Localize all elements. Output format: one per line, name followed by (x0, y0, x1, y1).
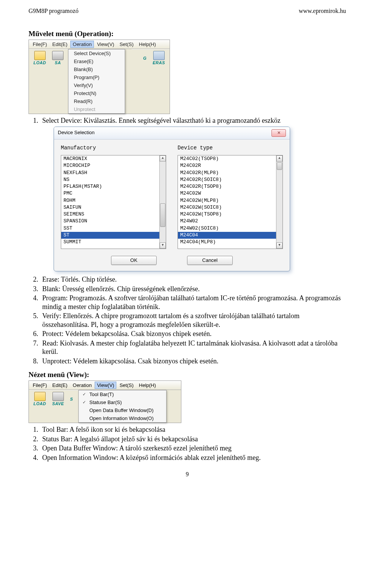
view-item-2: Status Bar: A legalsó állapot jelző sáv … (40, 435, 346, 444)
list-item[interactable]: ST (61, 232, 166, 239)
list-item[interactable]: M24C04 (178, 232, 282, 239)
header-left: G9M8P programozó (29, 8, 78, 14)
floppy-icon (52, 51, 63, 60)
list-item[interactable]: SST (61, 225, 166, 232)
menu-item[interactable]: Oeration (70, 382, 94, 389)
menu-item[interactable]: Edit(E) (50, 41, 70, 48)
scroll-thumb[interactable] (160, 203, 165, 227)
close-button[interactable]: ✕ (271, 129, 286, 137)
op-item-3: Blank: Üresség ellenőrzés. Chip ürességé… (40, 285, 346, 293)
chip-icon (153, 51, 165, 60)
list-item[interactable]: SPANSION (61, 218, 166, 225)
manufactory-listbox[interactable]: MACRONIXMICROCHIPNEXFLASHNSPFLASH(MSTAR)… (61, 155, 166, 249)
close-icon: ✕ (277, 130, 281, 136)
op-item-2: Erase: Törlés. Chip törlése. (40, 275, 346, 284)
list-item[interactable]: M24C02R(MLP8) (178, 170, 282, 176)
op-item-4: Program: Programozás. A szoftver tárolój… (40, 294, 346, 311)
view-item-1: Tool Bar: A felső ikon sor ki és bekapcs… (40, 425, 346, 434)
menu-item[interactable]: Set(S) (117, 382, 136, 389)
list-item[interactable]: M24C02W (178, 190, 282, 197)
menu-item[interactable]: Set(S) (117, 41, 136, 48)
menubar: File(F)Edit(E)OerationView(V)Set(S)Help(… (29, 40, 170, 49)
scrollbar[interactable]: ▲ ▼ (159, 155, 166, 249)
dropdown-item[interactable]: Erase(E) (68, 57, 125, 65)
list-item[interactable]: SEIMENS (61, 211, 166, 218)
page-number: 9 (29, 471, 346, 478)
dropdown-item[interactable]: Verify(V) (68, 81, 125, 89)
toolbar-load[interactable]: LOAD (30, 50, 49, 66)
list-item[interactable]: PMC (61, 190, 166, 197)
list-item[interactable]: ROHM (61, 197, 166, 204)
menu-item[interactable]: Edit(E) (50, 382, 70, 389)
toolbar-eras[interactable]: ERAS (149, 50, 168, 66)
list-item[interactable]: M24C02(TSOP8) (178, 155, 282, 162)
dropdown-item: Unprotect (68, 105, 125, 113)
dialog-title: Device Selection (58, 130, 95, 136)
op-item-7: Read: Kiolvasás. A mester chip foglalatá… (40, 339, 346, 356)
dropdown-item[interactable]: Select Device(S) (68, 49, 125, 57)
menu-item[interactable]: View(V) (95, 41, 116, 48)
view-item-4: Open Information Window: A középső infor… (40, 453, 346, 462)
floppy-icon (52, 392, 64, 401)
menu-item[interactable]: File(F) (30, 382, 49, 389)
scroll-up-icon[interactable]: ▲ (160, 155, 166, 162)
dropdown-item[interactable]: Program(P) (68, 73, 125, 81)
dropdown-item[interactable]: ✓Tool Bar(T) (79, 390, 166, 398)
scroll-down-icon[interactable]: ▼ (160, 242, 166, 249)
list-item[interactable]: M24C04(MLP8) (178, 239, 282, 246)
menu-item[interactable]: Help(H) (136, 382, 158, 389)
check-icon: ✓ (83, 392, 86, 397)
devicetype-listbox[interactable]: M24C02(TSOP8)M24C02RM24C02R(MLP8)M24C02R… (178, 155, 283, 249)
list-item[interactable]: M24C02R(TSOP8) (178, 183, 282, 190)
scroll-up-icon[interactable]: ▲ (276, 155, 282, 162)
view-dropdown: ✓Tool Bar(T)✓Statuse Bar(S)Open Data Buf… (78, 390, 167, 423)
manufactory-label: Manufactory (61, 145, 166, 152)
op-item-5: Verify: Ellenőrzés. A chipre programozot… (40, 312, 346, 329)
toolbar-save[interactable]: SA (49, 50, 67, 66)
ok-button[interactable]: OK (111, 256, 157, 265)
list-item[interactable]: NEXFLASH (61, 170, 166, 176)
toolbar-load[interactable]: LOAD (30, 391, 49, 407)
cancel-button[interactable]: Cancel (187, 256, 233, 265)
menu-item[interactable]: Help(H) (136, 41, 158, 48)
toolbar-s[interactable]: S (67, 396, 76, 402)
header-right: www.epromirok.hu (299, 8, 346, 14)
folder-icon (34, 51, 46, 60)
list-item[interactable]: M24C02R (178, 162, 282, 169)
list-item[interactable]: PFLASH(MSTAR) (61, 183, 166, 190)
list-item[interactable]: M24C02W(SOIC8) (178, 204, 282, 211)
dropdown-item[interactable]: Protect(N) (68, 89, 125, 97)
list-item[interactable]: M24W02(SOIC8) (178, 225, 282, 232)
folder-icon (34, 392, 46, 401)
dropdown-item[interactable]: Read(R) (68, 97, 125, 105)
op-item-6: Protect: Védelem bekapcsolása. Csak bizo… (40, 330, 346, 338)
toolbar-g[interactable]: G (140, 55, 149, 61)
op-item-8: Unprotect: Védelem kikapcsolása. Csak bi… (40, 357, 346, 366)
menu-item[interactable]: File(F) (30, 41, 49, 48)
list-item[interactable]: MACRONIX (61, 155, 166, 162)
scroll-down-icon[interactable]: ▼ (276, 242, 282, 249)
menu-item[interactable]: Oeration (70, 41, 94, 48)
list-item[interactable]: MICROCHIP (61, 162, 166, 169)
devicetype-label: Device type (178, 145, 283, 152)
device-selection-dialog: Device Selection ✕ Manufactory MACRONIXM… (54, 127, 290, 272)
view-list: Tool Bar: A felső ikon sor ki és bekapcs… (40, 425, 346, 462)
scroll-thumb[interactable] (277, 162, 282, 170)
list-item[interactable]: SUMMIT (61, 239, 166, 246)
scrollbar[interactable]: ▲ ▼ (276, 155, 282, 249)
op-item-1: Select Device: Kiválasztás. Ennek segíts… (40, 116, 346, 271)
list-item[interactable]: M24C02W(MLP8) (178, 197, 282, 204)
list-item[interactable]: SAIFUN (61, 204, 166, 211)
list-item[interactable]: M24W02 (178, 218, 282, 225)
dropdown-item[interactable]: Open Data Buffer Window(D) (79, 406, 166, 414)
dropdown-item[interactable]: ✓Statuse Bar(S) (79, 398, 166, 406)
list-item[interactable]: M24C02R(SOIC8) (178, 176, 282, 183)
list-item[interactable]: M24C02W(TSOP8) (178, 211, 282, 218)
toolbar-save[interactable]: SAVE (49, 391, 67, 407)
operation-dropdown: Select Device(S)Erase(E)Blank(B)Program(… (68, 49, 125, 114)
dropdown-item[interactable]: Open Information Window(O) (79, 414, 166, 422)
dropdown-item[interactable]: Blank(B) (68, 65, 125, 73)
list-item[interactable]: NS (61, 176, 166, 183)
operation-menu-screenshot: File(F)Edit(E)OerationView(V)Set(S)Help(… (29, 40, 170, 114)
menu-item[interactable]: View(V) (95, 382, 116, 389)
